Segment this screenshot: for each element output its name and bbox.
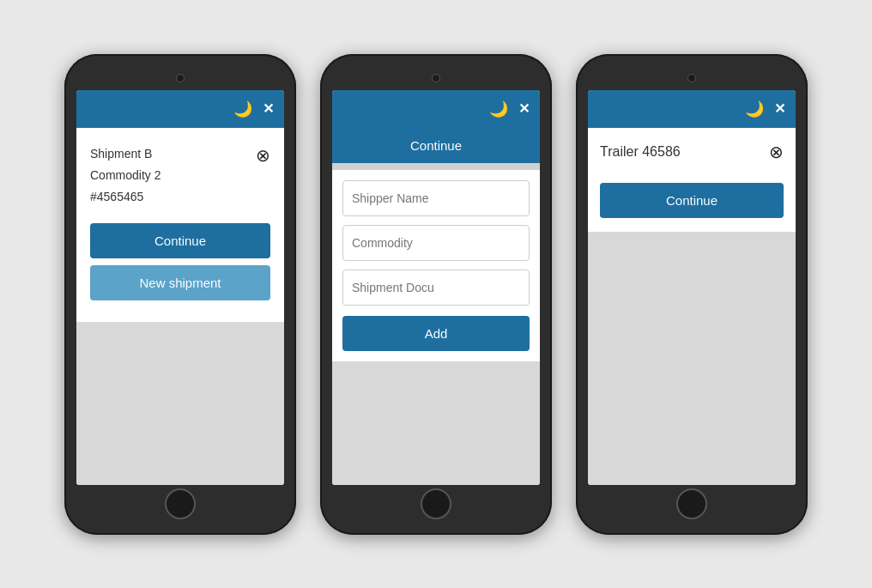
shipment-info: Shipment B Commodity 2 #4565465 ⊗ Contin… (76, 128, 284, 322)
phone-3-bottom (588, 485, 796, 523)
phone-1: 🌙 ✕ Shipment B Commodity 2 #4565465 ⊗ Co… (64, 54, 296, 535)
screen-content-1: Shipment B Commodity 2 #4565465 ⊗ Contin… (76, 128, 284, 485)
grey-area-3 (588, 232, 796, 485)
phone-2-top (332, 66, 540, 90)
camera-1 (176, 74, 185, 82)
continue-button-3[interactable]: Continue (600, 183, 784, 218)
form-screen: Continue Add (332, 128, 540, 485)
grey-area-2 (332, 361, 540, 485)
header-bar-3: 🌙 ✕ (588, 90, 796, 128)
trailer-title: Trailer 46586 (600, 144, 681, 160)
continue-button-top[interactable]: Continue (332, 128, 540, 163)
moon-icon-1[interactable]: 🌙 (233, 100, 252, 118)
phone-1-top (76, 66, 284, 90)
home-button-1[interactable] (165, 488, 196, 519)
header-bar-1: 🌙 ✕ (76, 90, 284, 128)
camera-2 (432, 74, 440, 82)
trailer-screen: Trailer 46586 ⊗ Continue (588, 128, 796, 485)
phone-2-bottom (332, 485, 540, 523)
form-fields: Add (332, 170, 540, 361)
shipment-line1: Shipment B (90, 145, 160, 163)
phone-3-top (588, 66, 796, 90)
moon-icon-2[interactable]: 🌙 (489, 100, 508, 118)
shipment-line2: Commodity 2 (90, 167, 160, 185)
continue-button-1[interactable]: Continue (90, 223, 270, 258)
add-button[interactable]: Add (342, 316, 530, 351)
phone-2: 🌙 ✕ Continue Add (320, 54, 552, 535)
shipment-row: Shipment B Commodity 2 #4565465 ⊗ (90, 145, 270, 209)
trailer-close-icon[interactable]: ⊗ (769, 142, 784, 162)
phone-2-screen: 🌙 ✕ Continue Add (332, 90, 540, 485)
shipment-line3: #4565465 (90, 188, 160, 206)
header-bar-2: 🌙 ✕ (332, 90, 540, 128)
grey-area-1 (76, 322, 284, 485)
home-button-3[interactable] (676, 488, 707, 519)
home-button-2[interactable] (421, 488, 451, 519)
new-shipment-button[interactable]: New shipment (90, 265, 270, 300)
shipper-name-input[interactable] (342, 180, 530, 216)
camera-3 (687, 74, 696, 82)
commodity-input[interactable] (342, 225, 530, 261)
close-icon-3[interactable]: ✕ (774, 100, 785, 117)
shipment-text: Shipment B Commodity 2 #4565465 (90, 145, 160, 209)
phone-3-screen: 🌙 ✕ Trailer 46586 ⊗ Continue (588, 90, 796, 485)
phone-1-screen: 🌙 ✕ Shipment B Commodity 2 #4565465 ⊗ Co… (76, 90, 284, 485)
phone-1-bottom (76, 485, 284, 523)
moon-icon-3[interactable]: 🌙 (745, 100, 764, 118)
shipment-close-icon[interactable]: ⊗ (256, 145, 270, 166)
trailer-row: Trailer 46586 ⊗ (588, 128, 796, 176)
close-icon-2[interactable]: ✕ (518, 100, 530, 117)
close-icon-1[interactable]: ✕ (263, 100, 274, 117)
shipment-doc-input[interactable] (342, 270, 530, 306)
phone-3: 🌙 ✕ Trailer 46586 ⊗ Continue (576, 54, 808, 535)
trailer-content: Continue (588, 176, 796, 232)
form-divider (332, 163, 540, 170)
